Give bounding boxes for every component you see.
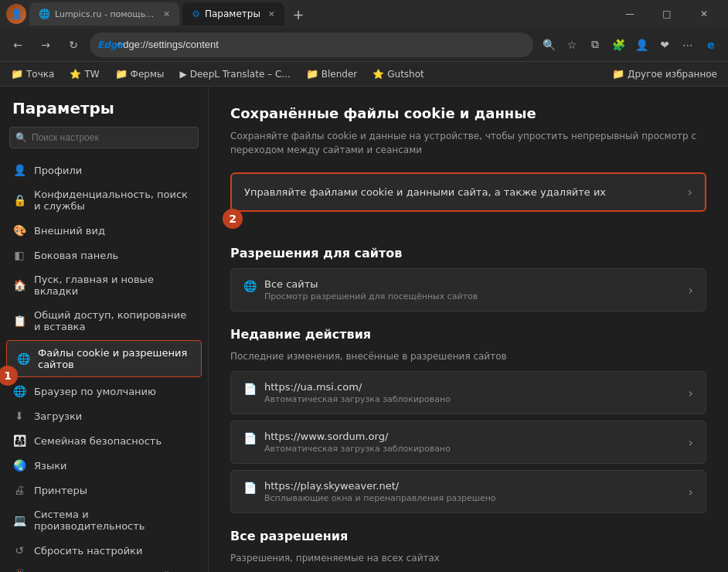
fav-label: DeepL Translate – C... <box>190 69 291 80</box>
sidebar-item-reset[interactable]: ↺ Сбросить настройки <box>0 538 208 563</box>
all-sites-icon: 🌐 <box>243 280 257 292</box>
more-icon[interactable]: ⋯ <box>677 34 699 56</box>
all-sites-item[interactable]: 🌐 Все сайты Просмотр разрешений для посе… <box>230 268 706 312</box>
fav-deepl-icon: ▶ <box>179 69 186 80</box>
sidebar-item-system[interactable]: 💻 Система и производительность <box>0 502 208 538</box>
sidebar-item-printers[interactable]: 🖨 Принтеры <box>0 478 208 502</box>
sidebar-item-sidebar[interactable]: ◧ Боковая панель <box>0 243 208 267</box>
minimize-button[interactable]: — <box>612 2 648 26</box>
forward-button[interactable]: → <box>34 33 57 56</box>
recent-item-url: https://ua.msi.com/ <box>264 381 451 393</box>
cookie-item-chevron: › <box>688 185 692 199</box>
address-wrapper: Edge <box>90 32 533 57</box>
cookies-icon: 🌐 <box>16 352 30 365</box>
sidebar-item-family[interactable]: 👨‍👩‍👧 Семейная безопасность <box>0 428 208 453</box>
recent-item-text: https://play.skyweaver.net/ Всплывающие … <box>264 480 496 503</box>
refresh-button[interactable]: ↻ <box>62 33 85 56</box>
back-button[interactable]: ← <box>6 33 29 56</box>
fav-gutshot-icon: ⭐ <box>373 69 384 80</box>
title-bar: 👤 🌐 Lumpics.ru - помощь с компьюте... ✕ … <box>0 0 728 28</box>
recent-item-skyweaver[interactable]: 📄 https://play.skyweaver.net/ Всплывающи… <box>230 470 706 513</box>
fav-item-other[interactable]: 📁 Другое избранное <box>607 66 722 81</box>
recent-item-msi[interactable]: 📄 https://ua.msi.com/ Автоматическая заг… <box>230 371 706 414</box>
recent-item-url: https://www.sordum.org/ <box>264 431 451 442</box>
tab-settings[interactable]: ⚙ Параметры ✕ <box>182 2 284 26</box>
recent-item-desc: Всплывающие окна и перенаправления разре… <box>264 493 496 503</box>
extensions-icon[interactable]: 🧩 <box>607 34 629 56</box>
permissions-section-title: Разрешения для сайтов <box>230 246 706 260</box>
address-input[interactable] <box>90 32 533 57</box>
sidebar-item-label: Языки <box>34 460 67 472</box>
tab1-favicon: 🌐 <box>39 9 50 19</box>
all-sites-chevron: › <box>689 283 693 298</box>
sidebar-item-downloads[interactable]: ⬇ Загрузки <box>0 403 208 428</box>
recent-item-sordum[interactable]: 📄 https://www.sordum.org/ Автоматическая… <box>230 420 706 464</box>
step-badge-2: 2 <box>223 209 243 229</box>
sidebar-item-label: Семейная безопасность <box>34 435 162 447</box>
close-button[interactable]: ✕ <box>686 2 722 26</box>
tab-manager-icon[interactable]: ⧉ <box>584 34 606 56</box>
recent-section-desc: Последние изменения, внесённые в разреше… <box>230 349 706 363</box>
site-icon: 📄 <box>243 383 257 395</box>
recent-item-text: https://ua.msi.com/ Автоматическая загру… <box>264 381 451 404</box>
profile-avatar[interactable]: 👤 <box>6 4 26 24</box>
sidebar-item-sharing[interactable]: 📋 Общий доступ, копирование и вставка <box>0 303 208 339</box>
new-tab-button[interactable]: + <box>287 3 309 25</box>
sharing-icon: 📋 <box>12 315 26 327</box>
system-icon: 💻 <box>12 514 26 526</box>
content-area: Сохранённые файлы cookie и данные Сохран… <box>209 87 728 572</box>
edge-brand-icon: e <box>700 34 722 56</box>
fav-item-blender[interactable]: 📁 Blender <box>301 66 362 81</box>
fav-label: Точка <box>26 69 54 80</box>
tab1-close[interactable]: ✕ <box>163 9 170 19</box>
maximize-button[interactable]: □ <box>649 2 685 26</box>
tab2-close[interactable]: ✕ <box>268 9 275 19</box>
all-sites-title: Все сайты <box>264 278 478 290</box>
sidebar-item-cookies[interactable]: 🌐 Файлы cookie и разрешения сайтов 1 <box>6 340 202 377</box>
printers-icon: 🖨 <box>12 484 26 496</box>
search-icon[interactable]: 🔍 <box>538 34 560 56</box>
start-icon: 🏠 <box>12 279 26 291</box>
site-icon: 📄 <box>243 482 257 494</box>
fav-label: Фермы <box>131 69 165 80</box>
tab-lumpics[interactable]: 🌐 Lumpics.ru - помощь с компьюте... ✕ <box>29 2 179 26</box>
sidebar-item-label: Пуск, главная и новые вкладки <box>34 274 196 297</box>
sidebar-item-privacy[interactable]: 🔒 Конфиденциальность, поиск и службы <box>0 182 208 218</box>
downloads-icon: ⬇ <box>12 410 26 422</box>
fav-label: Gutshot <box>387 69 424 80</box>
recent-item-chevron: › <box>689 386 693 400</box>
fav-label: Blender <box>321 69 358 80</box>
cookie-management-item[interactable]: Управляйте файлами cookie и данными сайт… <box>230 172 706 212</box>
sidebar-item-start[interactable]: 🏠 Пуск, главная и новые вкладки <box>0 267 208 303</box>
recent-item-desc: Автоматическая загрузка заблокировано <box>264 394 451 404</box>
star-icon[interactable]: ☆ <box>561 34 583 56</box>
sidebar-item-phone[interactable]: 📱 Телефон и другие устройства <box>0 563 208 572</box>
fav-item-deepl[interactable]: ▶ DeepL Translate – C... <box>175 67 294 81</box>
sidebar-item-profiles[interactable]: 👤 Профили <box>0 158 208 182</box>
fav-item-fermy[interactable]: 📁 Фермы <box>111 66 169 81</box>
fav-item-tochka[interactable]: 📁 Точка <box>6 66 59 81</box>
sidebar-search-input[interactable] <box>9 127 199 148</box>
sidebar-item-default-browser[interactable]: 🌐 Браузер по умолчанию <box>0 379 208 403</box>
profile-icon[interactable]: 👤 <box>631 34 652 56</box>
sidebar-search: 🔍 <box>9 127 199 148</box>
fav-folder-icon: 📁 <box>612 68 624 80</box>
recent-item-left: 📄 https://play.skyweaver.net/ Всплывающи… <box>243 480 496 503</box>
sidebar-item-appearance[interactable]: 🎨 Внешний вид <box>0 218 208 243</box>
sidebar-item-label: Принтеры <box>34 485 87 496</box>
tab2-favicon: ⚙ <box>192 9 200 19</box>
main-section-desc: Сохраняйте файлы cookie и данные на устр… <box>230 129 706 157</box>
fav-item-gutshot[interactable]: ⭐ Gutshot <box>368 67 429 81</box>
fav-folder-icon: 📁 <box>115 68 128 80</box>
sidebar-item-label: Общий доступ, копирование и вставка <box>34 309 196 332</box>
fav-item-tw[interactable]: ⭐ TW <box>65 67 104 81</box>
address-right-icons: 🔍 ☆ ⧉ 🧩 👤 ❤ ⋯ e <box>538 34 722 56</box>
fav-label: TW <box>84 69 99 80</box>
recent-item-text: https://www.sordum.org/ Автоматическая з… <box>264 431 451 454</box>
sidebar-item-label: Загрузки <box>34 410 82 422</box>
favorites-icon[interactable]: ❤ <box>654 34 675 56</box>
appearance-icon: 🎨 <box>12 224 26 237</box>
recent-item-desc: Автоматическая загрузка заблокировано <box>264 444 451 454</box>
sidebar-item-label: Конфиденциальность, поиск и службы <box>34 189 196 212</box>
sidebar-item-languages[interactable]: 🌏 Языки <box>0 453 208 478</box>
